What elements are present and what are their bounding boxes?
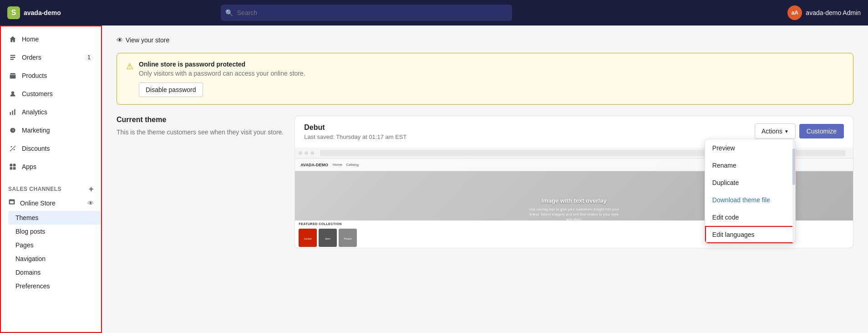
dropdown-item-edit-languages[interactable]: Edit languages [705, 226, 795, 243]
orders-badge: 1 [84, 54, 94, 61]
home-icon [8, 35, 17, 44]
svg-rect-2 [10, 59, 14, 60]
products-label: Products [22, 72, 47, 79]
sidebar-item-products[interactable]: Products [1, 67, 101, 85]
customers-icon [8, 89, 17, 98]
user-menu[interactable]: aA avada-demo Admin [787, 5, 861, 20]
preview-nav-link-home: Home [333, 163, 342, 167]
dropdown-item-download[interactable]: Download theme file [705, 191, 795, 209]
preview-product-1: Jacket [299, 229, 317, 247]
dropdown-item-rename[interactable]: Rename [705, 157, 795, 174]
sidebar-nav: Home Orders 1 Products [1, 26, 101, 179]
current-theme-desc: This is the theme customers see when the… [117, 128, 284, 137]
preview-hero-desc: Use overlay text to give your customers … [528, 207, 619, 222]
theme-card: Debut Last saved: Thursday at 01:17 am E… [294, 116, 853, 248]
current-theme-title: Current theme [117, 116, 284, 124]
navigation-label: Navigation [15, 255, 46, 262]
svg-text:Product: Product [344, 237, 352, 240]
online-store-item[interactable]: Online Store 👁 [1, 195, 101, 211]
themes-label: Themes [15, 214, 39, 221]
sales-channels-label: SALES CHANNELS [8, 186, 61, 192]
chevron-down-icon: ▼ [784, 129, 789, 134]
eye-icon: 👁 [87, 200, 94, 207]
browser-dot-2 [305, 151, 308, 155]
actions-label: Actions [761, 128, 782, 135]
actions-button[interactable]: Actions ▼ [755, 123, 796, 139]
online-store-subnav: Themes Blog posts Pages Navigation Domai… [1, 211, 101, 293]
app-layout: Home Orders 1 Products [0, 26, 868, 333]
analytics-label: Analytics [22, 108, 47, 116]
theme-card-actions: Actions ▼ Preview Rename Duplicate [755, 123, 844, 139]
preview-nav-link-catalog: Catalog [346, 163, 359, 167]
dropdown-item-duplicate[interactable]: Duplicate [705, 174, 795, 191]
brand-logo[interactable]: S avada-demo [7, 6, 80, 19]
pages-label: Pages [15, 241, 34, 249]
marketing-icon [8, 126, 17, 135]
customize-button[interactable]: Customize [799, 124, 844, 138]
scrollbar-thumb[interactable] [792, 149, 795, 185]
orders-icon [8, 53, 17, 62]
preview-product-2: Item [319, 229, 337, 247]
disable-password-button[interactable]: Disable password [139, 82, 203, 97]
theme-name: Debut [304, 123, 406, 132]
sidebar-item-marketing[interactable]: Marketing [1, 121, 101, 139]
domains-label: Domains [15, 269, 41, 276]
main-content: 👁 View your store ⚠ Online store is pass… [102, 26, 868, 333]
sidebar-item-apps[interactable]: Apps [1, 158, 101, 176]
sidebar: Home Orders 1 Products [0, 26, 102, 333]
theme-last-saved: Last saved: Thursday at 01:17 am EST [304, 133, 406, 140]
add-channel-button[interactable]: + [89, 185, 94, 193]
customers-label: Customers [22, 90, 53, 97]
preview-brand: AVADA-DEMO [300, 163, 328, 167]
svg-rect-9 [10, 167, 13, 170]
marketing-label: Marketing [22, 127, 50, 134]
sales-channels-section: SALES CHANNELS + [1, 179, 101, 195]
browser-dot-1 [299, 151, 302, 155]
view-store-link[interactable]: 👁 View your store [117, 36, 853, 44]
sidebar-item-home[interactable]: Home [1, 30, 101, 48]
apps-icon [8, 162, 17, 171]
dropdown-item-edit-code[interactable]: Edit code [705, 209, 795, 226]
analytics-icon [8, 108, 17, 117]
alert-title: Online store is password protected [139, 61, 844, 68]
online-store-label: Online Store [20, 200, 56, 207]
svg-rect-10 [13, 167, 16, 170]
sidebar-item-preferences[interactable]: Preferences [8, 279, 101, 293]
actions-dropdown-container: Actions ▼ Preview Rename Duplicate [755, 123, 796, 139]
svg-rect-0 [10, 55, 15, 56]
svg-rect-12 [10, 201, 14, 204]
discounts-label: Discounts [22, 145, 50, 152]
brand-name: avada-demo [24, 9, 61, 16]
sidebar-item-blog-posts[interactable]: Blog posts [8, 225, 101, 238]
svg-rect-1 [10, 57, 15, 58]
view-store-label: View your store [126, 36, 169, 44]
eye-store-icon: 👁 [117, 36, 123, 44]
products-icon [8, 71, 17, 80]
preview-hero-title: Image with text overlay [528, 197, 619, 204]
sidebar-item-pages[interactable]: Pages [8, 238, 101, 252]
warning-icon: ⚠ [126, 61, 133, 72]
store-icon [8, 199, 15, 207]
sidebar-item-navigation[interactable]: Navigation [8, 252, 101, 266]
preview-product-3: Product [339, 229, 357, 247]
avatar: aA [787, 5, 802, 20]
sidebar-item-themes[interactable]: Themes [8, 211, 101, 225]
sidebar-item-orders[interactable]: Orders 1 [1, 48, 101, 67]
search-icon: 🔍 [225, 9, 233, 16]
sidebar-item-discounts[interactable]: Discounts [1, 139, 101, 158]
dropdown-item-preview[interactable]: Preview [705, 139, 795, 157]
search-input[interactable] [221, 5, 512, 21]
svg-rect-7 [10, 164, 13, 167]
shopify-icon: S [7, 6, 20, 19]
alert-content: Online store is password protected Only … [139, 61, 844, 97]
current-theme-section: Current theme This is the theme customer… [117, 116, 853, 248]
sidebar-item-analytics[interactable]: Analytics [1, 103, 101, 121]
top-navigation: S avada-demo 🔍 aA avada-demo Admin [0, 0, 868, 26]
sidebar-item-customers[interactable]: Customers [1, 85, 101, 103]
password-alert: ⚠ Online store is password protected Onl… [117, 53, 853, 105]
preview-nav-links: Home Catalog [333, 163, 359, 167]
preferences-label: Preferences [15, 282, 50, 290]
sidebar-item-domains[interactable]: Domains [8, 266, 101, 279]
scrollbar-track [792, 139, 795, 243]
orders-label: Orders [22, 54, 41, 61]
